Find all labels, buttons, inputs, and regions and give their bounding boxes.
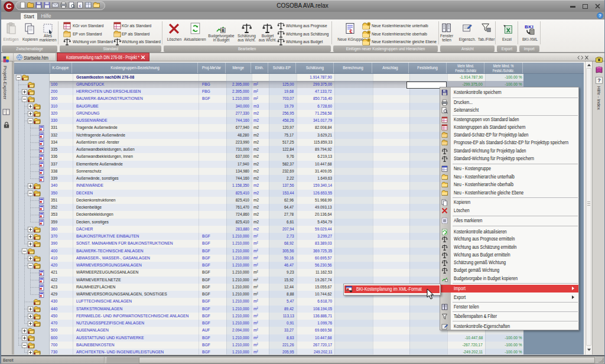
svg-text:B: B [222, 28, 225, 32]
svg-text:?: ? [599, 13, 601, 18]
svg-text:€: € [349, 28, 352, 34]
svg-text:C: C [6, 2, 12, 11]
svg-text:c: c [79, 3, 82, 8]
svg-text:?: ? [597, 77, 601, 83]
